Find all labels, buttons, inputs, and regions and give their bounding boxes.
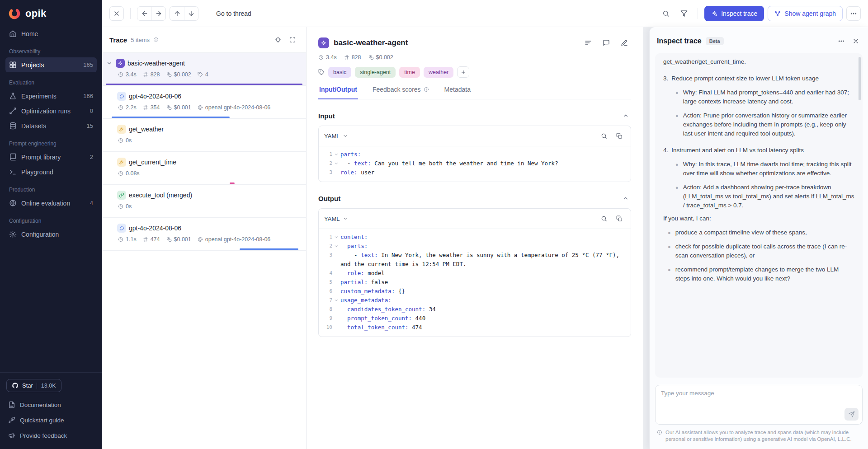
- tag-chip-weather[interactable]: weather: [424, 67, 453, 78]
- gear-icon: [9, 230, 17, 238]
- sidebar-footer: Star13.0KDocumentationQuickstart guidePr…: [0, 372, 102, 449]
- collapse-output-button[interactable]: [620, 193, 631, 204]
- line-number: 10: [319, 323, 332, 332]
- chat-input[interactable]: [655, 385, 863, 425]
- x-icon: [852, 37, 859, 45]
- toolbar: Go to thread Inspect trace Show agent gr…: [102, 0, 868, 27]
- copy-code-button[interactable]: [613, 213, 625, 224]
- sidebar-item-home[interactable]: Home: [5, 26, 97, 41]
- code-token: -: [340, 252, 361, 258]
- send-button[interactable]: [844, 408, 859, 421]
- format-select[interactable]: YAML: [324, 215, 348, 222]
- output-section-header: Output: [318, 193, 631, 204]
- inspect-trace-button[interactable]: Inspect trace: [704, 6, 764, 21]
- comments-button[interactable]: [599, 36, 613, 50]
- span-stats: 0s: [118, 137, 301, 144]
- copy-icon: [616, 133, 623, 139]
- code-line: 4 role: model: [319, 269, 626, 278]
- github-star-button[interactable]: Star13.0K: [6, 379, 61, 392]
- code-line: 5partial: false: [319, 278, 626, 287]
- sidebar-item-playground[interactable]: Playground: [5, 164, 97, 179]
- tag-chip-time[interactable]: time: [399, 67, 420, 78]
- go-to-thread-button[interactable]: Go to thread: [212, 7, 256, 20]
- add-tag-button[interactable]: [457, 66, 469, 78]
- format-select[interactable]: YAML: [324, 133, 348, 140]
- coins-icon: [166, 105, 172, 110]
- trace-row-get-weather[interactable]: get_weather0s: [102, 119, 306, 152]
- trace-row-basic-weather-agent[interactable]: basic-weather-agent3.4s828$0.0024: [102, 53, 306, 86]
- duration-bar: [106, 84, 302, 85]
- span-name: get_weather: [129, 126, 164, 133]
- app: opik HomeObservabilityProjects165Evaluat…: [0, 0, 868, 449]
- trace-row-gpt-4o-2024-08-06[interactable]: gpt-4o-2024-08-061.1s474$0.001openai gpt…: [102, 218, 306, 251]
- sidebar-item-experiments[interactable]: Experiments166: [5, 89, 97, 103]
- inspect-more-button[interactable]: [835, 34, 848, 48]
- sidebar-item-configuration[interactable]: Configuration: [5, 227, 97, 242]
- stat-clock: 0s: [118, 203, 132, 210]
- inspect-close-button[interactable]: [849, 34, 863, 48]
- library-icon: [9, 153, 17, 161]
- tags-row: basicsingle-agenttimeweather: [318, 66, 631, 78]
- assistant-bullet: ●Why: In this trace, LLM time dwarfs too…: [675, 160, 854, 178]
- sidebar-item-projects[interactable]: Projects165: [5, 57, 97, 72]
- sidebar-item-provide-feedback[interactable]: Provide feedback: [6, 428, 96, 443]
- collapse-input-button[interactable]: [620, 110, 631, 121]
- nav-forward-button[interactable]: [151, 7, 165, 20]
- opik-logo[interactable]: opik: [0, 0, 102, 25]
- nav-down-button[interactable]: [184, 7, 198, 20]
- sidebar-item-datasets[interactable]: Datasets15: [5, 118, 97, 133]
- assistant-list-item: 3.Reduce prompt context size to lower LL…: [663, 74, 854, 83]
- tab-metadata[interactable]: Metadata: [443, 86, 472, 99]
- tab-input-output[interactable]: Input/Output: [318, 86, 358, 99]
- filters-button[interactable]: [677, 6, 691, 21]
- assistant-paragraph: If you want, I can:: [663, 214, 854, 223]
- collapse-row-button[interactable]: [106, 60, 113, 67]
- sidebar-item-online-evaluation[interactable]: Online evaluation4: [5, 196, 97, 210]
- code-token: model: [364, 270, 385, 276]
- search-in-code-button[interactable]: [598, 130, 610, 142]
- input-section: InputYAML1parts:2 - text: Can you tell m…: [318, 110, 631, 182]
- inspect-trace-panel: Inspect trace Beta get_weather/get_curre…: [649, 27, 868, 449]
- fold-toggle[interactable]: [332, 233, 340, 242]
- sidebar-item-prompt-library[interactable]: Prompt library2: [5, 150, 97, 164]
- sidebar-item-documentation[interactable]: Documentation: [6, 398, 96, 412]
- trace-row-gpt-4o-2024-08-06[interactable]: gpt-4o-2024-08-062.2s354$0.001openai gpt…: [102, 86, 306, 119]
- fold-toggle[interactable]: [332, 150, 340, 159]
- span-name: get_current_time: [129, 159, 176, 166]
- section-title: Input: [318, 112, 335, 120]
- trace-row-get-current-time[interactable]: get_current_time0.08s: [102, 152, 306, 185]
- tag-chip-basic[interactable]: basic: [328, 67, 351, 78]
- search-in-code-button[interactable]: [598, 213, 610, 224]
- fold-toggle[interactable]: [332, 242, 340, 251]
- search-icon: [601, 215, 607, 222]
- format-value: YAML: [324, 215, 340, 222]
- expand-tree-button[interactable]: [286, 33, 299, 46]
- edit-trace-button[interactable]: [618, 36, 631, 50]
- trace-row-execute-tool-merged[interactable]: execute_tool (merged)0s: [102, 185, 306, 218]
- tab-feedback-scores[interactable]: Feedback scores: [372, 86, 430, 99]
- divider: [130, 8, 131, 19]
- close-trace-button[interactable]: [109, 6, 124, 21]
- feedback-scores-button[interactable]: [581, 36, 595, 50]
- focus-selected-button[interactable]: [272, 33, 284, 46]
- search-button[interactable]: [659, 6, 673, 21]
- comet-logo-icon: [8, 7, 21, 20]
- sidebar-item-optimization-runs[interactable]: Optimization runs0: [5, 103, 97, 118]
- assistant-bullet: ●Action: Prune prior conversation histor…: [675, 111, 854, 138]
- tag-chip-single-agent[interactable]: single-agent: [355, 67, 396, 78]
- sidebar-item-quickstart-guide[interactable]: Quickstart guide: [6, 413, 96, 427]
- chat-icon: [119, 94, 124, 99]
- nav-up-button[interactable]: [170, 7, 184, 20]
- more-actions-button[interactable]: [846, 6, 861, 21]
- copy-code-button[interactable]: [613, 130, 625, 142]
- ai-disclaimer: Our AI assistant allows you to analyze t…: [650, 429, 868, 449]
- scrollbar-thumb[interactable]: [859, 57, 861, 100]
- nav-back-button[interactable]: [137, 7, 151, 20]
- fold-toggle[interactable]: [332, 296, 340, 305]
- stat-hash: 828: [344, 54, 361, 61]
- agent-span-icon: [318, 37, 329, 48]
- fold-toggle[interactable]: [332, 159, 340, 168]
- item-label: Home: [21, 30, 38, 37]
- show-agent-graph-button[interactable]: Show agent graph: [768, 6, 843, 21]
- stat-value: 0s: [126, 137, 132, 144]
